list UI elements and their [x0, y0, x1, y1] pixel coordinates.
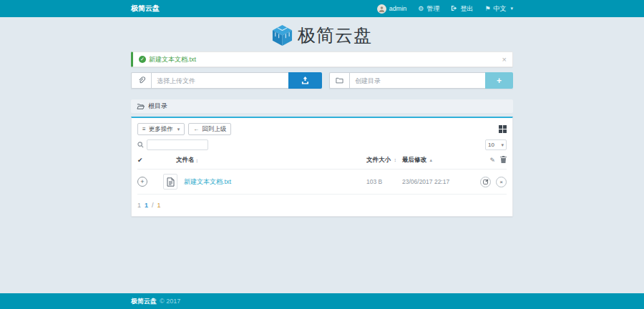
pencil-icon[interactable]: ✎ — [489, 157, 495, 164]
sort-icon: ↕ — [196, 158, 199, 163]
grid-view-icon[interactable] — [499, 125, 507, 133]
header-size[interactable]: 文件大小 ↕ — [366, 156, 402, 165]
table-toolbar: ≡ 更多操作 ▾ ← 回到上级 — [137, 123, 507, 135]
sort-icon: ↕ — [394, 157, 396, 162]
back-parent-label: 回到上级 — [202, 125, 226, 134]
search-row: 10 ▾ — [137, 139, 507, 150]
folder-icon — [329, 72, 349, 89]
nav-item-logout[interactable]: 登出 — [451, 4, 473, 14]
footer: 极简云盘 © 2017 — [0, 293, 644, 309]
file-text-icon — [163, 174, 177, 190]
page-title: 极简云盘 — [298, 24, 372, 47]
gear-icon: ⚙ — [418, 6, 424, 12]
back-parent-button[interactable]: ← 回到上级 — [188, 123, 231, 135]
browse-file-icon[interactable] — [131, 72, 151, 89]
header-modified-label: 最后修改 — [402, 156, 426, 163]
nav-item-manage[interactable]: ⚙ 管理 — [418, 4, 439, 14]
file-modified: 23/06/2017 22:17 — [402, 178, 474, 185]
header-size-label: 文件大小 — [366, 156, 391, 163]
alert-close-icon[interactable]: × — [502, 56, 507, 64]
language-label: 中文 — [493, 4, 506, 14]
file-size: 103 B — [366, 178, 402, 185]
table-header: ✔ 文件名 ↕ 文件大小 ↕ 最后修改 ▴ ✎ — [137, 156, 507, 170]
header-name[interactable]: 文件名 ↕ — [156, 156, 366, 165]
arrow-left-icon: ← — [193, 126, 199, 132]
delete-button[interactable]: × — [496, 177, 507, 187]
search-input[interactable] — [147, 139, 208, 150]
more-actions-label: 更多操作 — [149, 125, 173, 134]
sign-out-icon — [451, 5, 457, 13]
footer-copyright: © 2017 — [160, 298, 180, 305]
select-all-icon[interactable]: ✔ — [137, 157, 143, 164]
upload-icon — [301, 77, 309, 84]
page-size-select[interactable]: 10 ▾ — [485, 139, 507, 150]
page-first[interactable]: 1 — [137, 202, 141, 209]
pagination: 1 1 / 1 — [137, 202, 507, 209]
chevron-down-icon: ▾ — [501, 142, 504, 148]
top-navbar: 极简云盘 admin ⚙ 管理 登出 ⚑ 中文 ▾ — [0, 0, 644, 17]
table-row: + 新建文本文档.txt 103 B 23/06/2017 22:17 × — [137, 170, 507, 195]
user-menu[interactable]: admin — [377, 4, 407, 14]
header-modified[interactable]: 最后修改 ▴ — [402, 156, 474, 165]
file-name-link[interactable]: 新建文本文档.txt — [184, 177, 231, 187]
more-actions-dropdown[interactable]: ≡ 更多操作 ▾ — [137, 123, 185, 135]
upload-button[interactable] — [288, 72, 322, 89]
io-row: + — [131, 72, 513, 89]
user-name: admin — [389, 5, 407, 12]
navbar-menu: admin ⚙ 管理 登出 ⚑ 中文 ▾ — [377, 4, 513, 14]
page-total: 1 — [157, 202, 161, 209]
check-circle-icon: ✓ — [139, 56, 146, 63]
mkdir-group: + — [329, 72, 513, 89]
page-current[interactable]: 1 — [145, 202, 148, 209]
chevron-down-icon: ▾ — [510, 6, 513, 11]
file-table-card: ≡ 更多操作 ▾ ← 回到上级 10 ▾ — [131, 117, 513, 217]
upload-file-input[interactable] — [151, 72, 288, 89]
manage-label: 管理 — [426, 4, 439, 14]
trash-icon[interactable] — [500, 156, 507, 165]
mkdir-input[interactable] — [349, 72, 485, 89]
rename-button[interactable] — [480, 177, 491, 187]
user-avatar — [377, 4, 386, 14]
mkdir-button[interactable]: + — [485, 72, 513, 89]
hero: 极简云盘 — [0, 17, 644, 49]
list-icon: ≡ — [142, 126, 146, 132]
breadcrumb-label: 根目录 — [148, 102, 167, 111]
sort-asc-icon: ▴ — [429, 157, 432, 162]
flag-icon: ⚑ — [484, 6, 490, 12]
breadcrumb[interactable]: 根目录 — [131, 99, 513, 113]
upload-success-alert: ✓ 新建文本文档.txt × — [131, 52, 513, 67]
search-icon — [137, 142, 144, 148]
folder-open-icon — [137, 103, 145, 110]
pencil-square-icon — [483, 179, 489, 185]
footer-brand: 极简云盘 — [131, 297, 157, 306]
language-dropdown[interactable]: ⚑ 中文 ▾ — [484, 4, 513, 14]
page-separator: / — [152, 202, 154, 209]
cube-logo-icon — [272, 24, 293, 46]
chevron-down-icon: ▾ — [177, 127, 180, 132]
navbar-brand[interactable]: 极简云盘 — [131, 4, 160, 14]
logout-label: 登出 — [460, 4, 473, 14]
alert-message: 新建文本文档.txt — [149, 55, 502, 64]
page-size-value: 10 — [488, 142, 494, 148]
header-name-label: 文件名 — [176, 156, 195, 165]
upload-group — [131, 72, 322, 89]
row-expand-button[interactable]: + — [137, 177, 147, 187]
